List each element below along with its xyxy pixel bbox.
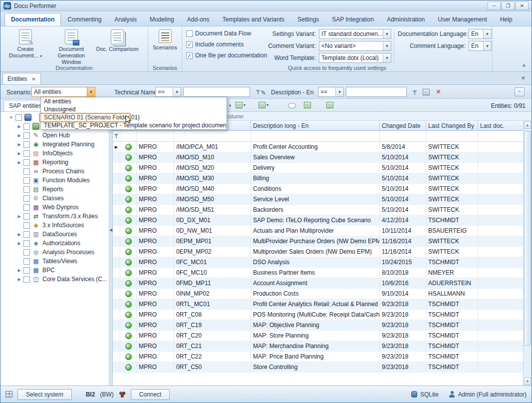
expand-chevron-icon[interactable]: ▶ [16, 133, 22, 138]
tree-item-label[interactable]: Core Data Services (C... [42, 276, 107, 283]
tree-item-label[interactable]: 3.x InfoSources [42, 222, 84, 229]
tree-item[interactable]: ▶ Reporting [0, 158, 109, 167]
expand-chevron-icon[interactable]: ▶ [16, 151, 22, 156]
column-header-description[interactable]: Description long - En [251, 121, 380, 130]
setting-combo[interactable]: IT standard documen... [319, 29, 391, 39]
expand-chevron-icon[interactable]: ▼ [8, 115, 14, 120]
scroll-down-icon[interactable]: ▼ [524, 378, 531, 385]
tree-item[interactable]: ▶ Authorizations [0, 239, 109, 248]
tree-checkbox[interactable] [23, 276, 30, 283]
tree-item[interactable]: Web Dynpros [0, 203, 109, 212]
description-input[interactable] [346, 87, 407, 97]
tree-checkbox[interactable] [23, 186, 30, 193]
language-combo[interactable]: En [469, 41, 492, 51]
tree-checkbox[interactable] [23, 258, 30, 265]
ribbon-tab[interactable]: Commenting [61, 13, 108, 26]
setting-combo[interactable]: <No variant> [319, 41, 391, 51]
description-operator-combo[interactable]: == [318, 87, 344, 97]
filter-cell[interactable] [251, 131, 380, 141]
tree-checkbox[interactable] [23, 240, 30, 247]
table-row[interactable]: MPRO 0RT_C50 Store Controlling 9/23/2018… [113, 362, 532, 373]
filter-cell[interactable] [174, 131, 251, 141]
caret-down-icon[interactable] [335, 87, 343, 96]
minimize-button[interactable]: ─ [488, 1, 501, 10]
tree-checkbox[interactable] [23, 168, 30, 175]
tree-item[interactable]: ▶ Transform./3.x Rules [0, 212, 109, 221]
caret-down-icon[interactable] [87, 87, 95, 96]
collapse-panel-icon[interactable]: ◀ [109, 228, 112, 232]
tree-checkbox[interactable] [23, 249, 30, 256]
tab-close-icon[interactable]: ✕ [31, 76, 35, 82]
expand-chevron-icon[interactable]: ▶ [16, 277, 22, 282]
tree-checkbox[interactable] [23, 150, 30, 157]
scrollbar-thumb[interactable] [524, 131, 531, 346]
tree-item[interactable]: ▶ Integrated Planning [0, 140, 109, 149]
comment-icon[interactable] [288, 103, 296, 108]
create-document-button[interactable]: Create Document... ▾ [2, 28, 48, 64]
table-row[interactable]: MPRO 0FC_MC10 Business Partner Items 8/1… [113, 268, 532, 278]
column-header-changed-date[interactable]: Changed Date [380, 121, 426, 130]
caret-down-icon[interactable] [483, 41, 491, 50]
tree-item-label[interactable]: Reporting [42, 159, 68, 166]
table-row[interactable]: MPRO 0EPM_MP02 Multiprovider Sales Order… [113, 247, 532, 257]
table-row[interactable]: MPRO 0D_DX_M01 SAP Demo: ITeLO Reporting… [113, 215, 532, 226]
caret-down-icon[interactable] [383, 53, 391, 62]
table-row[interactable]: MPRO 0FC_MC01 DSO Analysis 10/24/2015 TS… [113, 257, 532, 268]
user-label[interactable]: Admin (Full administrator) [458, 391, 527, 398]
tree-item[interactable]: ▶ Open Hub [0, 131, 109, 140]
table-row[interactable]: MPRO 0RT_C08 POS Monitoring (MultiCube: … [113, 310, 532, 320]
ribbon-tab[interactable]: Modeling [143, 13, 181, 26]
tree-item-label[interactable]: Function Modules [42, 177, 90, 184]
filter-cell[interactable] [478, 131, 524, 141]
tree-checkbox[interactable] [23, 159, 30, 166]
table-row[interactable]: MPRO 0RT_C22 MAP: Price Band Planning 9/… [113, 352, 532, 362]
tree-item-label[interactable]: Transform./3.x Rules [42, 213, 98, 220]
table-row[interactable]: MPRO 0RT_C20 MAP: Store Planning 9/23/20… [113, 331, 532, 341]
ribbon-tab[interactable]: User Management [431, 13, 494, 26]
tree-item-label[interactable]: Tables/Views [42, 258, 77, 265]
column-header-last-changed-by[interactable]: Last Changed By [426, 121, 478, 130]
tree-item[interactable]: ▶ DataSources [0, 230, 109, 239]
tree-checkbox[interactable] [23, 123, 30, 130]
filter-cell[interactable] [137, 131, 174, 141]
caret-down-icon[interactable] [173, 87, 181, 96]
technical-name-operator-combo[interactable]: == [155, 87, 181, 97]
expand-filter-panel-icon[interactable]: ⌄ [515, 87, 525, 96]
column-header-last-doc[interactable]: Last doc. [478, 121, 524, 130]
table-row[interactable]: MPRO /IMO/PCA_M01 Profit Center Accounti… [113, 142, 532, 152]
collapse-ribbon-icon[interactable]: ^ [523, 63, 526, 69]
ribbon-tab[interactable]: Documentation [4, 13, 61, 26]
expand-chevron-icon[interactable]: ▶ [16, 214, 22, 219]
clear-filter-icon[interactable]: ✕ [436, 88, 441, 95]
scenarios-button[interactable]: Scenarios [149, 28, 181, 64]
table-row[interactable]: MPRO /IMO/SD_M50 Service Level 5/10/2014… [113, 194, 532, 205]
grid-layout-dropdown-button[interactable]: ▾ [235, 101, 246, 109]
tree-item-label[interactable]: Open Hub [42, 132, 70, 139]
export-dropdown-button[interactable]: ▾ [258, 101, 269, 109]
setting-combo[interactable]: Template.dotx (Local) [319, 53, 391, 63]
database-label[interactable]: SQLite [420, 391, 439, 398]
document-generation-window-button[interactable]: Document Generation Window [48, 28, 94, 64]
tree-item-label[interactable]: Classes [42, 195, 64, 202]
edit-filter-icon[interactable]: ✎ [254, 88, 267, 98]
ribbon-tab[interactable]: Analysis [108, 13, 143, 26]
scroll-up-icon[interactable]: ▲ [524, 121, 531, 129]
tree-item[interactable]: ▶ BPC [0, 266, 109, 275]
ribbon-tab[interactable]: Help [494, 13, 519, 26]
technical-name-input[interactable] [183, 87, 250, 97]
table-row[interactable]: MPRO /IMO/SD_M51 Backorders 5/10/2014 SW… [113, 205, 532, 215]
ribbon-tab[interactable]: SAP Integration [325, 13, 380, 26]
table-row[interactable]: MPRO 0RT_C21 MAP: Merchandise Planning 9… [113, 341, 532, 352]
table-row[interactable]: MPRO /IMO/SD_M20 Delivery 5/10/2014 SWIT… [113, 163, 532, 173]
tree-item[interactable]: Process Chains [0, 167, 109, 176]
tab-entities[interactable]: Entities ✕ [2, 73, 41, 84]
tree-item-label[interactable]: Reports [42, 186, 63, 193]
tree-item-label[interactable]: Authorizations [42, 240, 80, 247]
ribbon-tab[interactable]: Administration [380, 13, 431, 26]
scenario-combo[interactable]: All entities [31, 87, 95, 97]
scenario-option[interactable]: TEMPLATE_SC_PROJECT - Template scenario … [41, 121, 227, 129]
tree-item[interactable]: 3.x InfoSources [0, 221, 109, 230]
tree-item-label[interactable]: DataSources [42, 231, 77, 238]
tree-checkbox[interactable] [23, 195, 30, 202]
table-row[interactable]: MPRO 0RT_C19 MAP: Objective Planning 9/2… [113, 320, 532, 331]
